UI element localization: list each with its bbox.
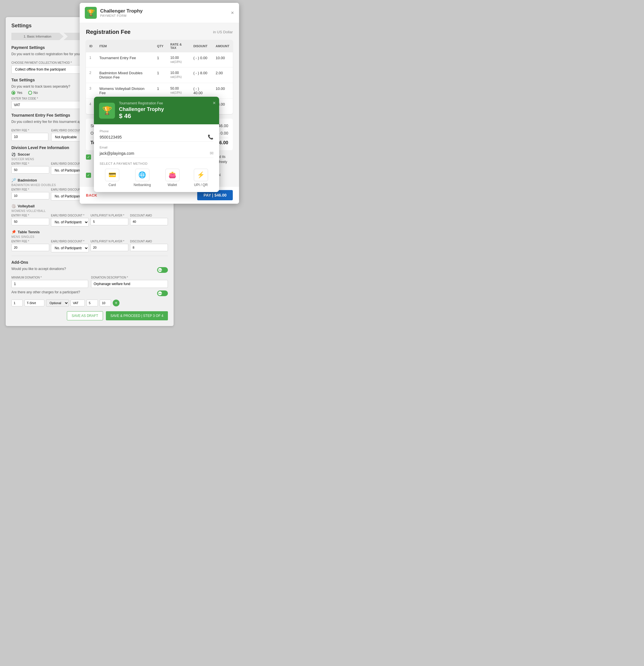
row-item: Badminton Mixed Doubles Division Fee xyxy=(96,67,154,83)
sport-volleyball: 🏐 Volleyball WOMENS VOLLEYBALL ENTRY FEE… xyxy=(11,204,168,226)
add-charge-button[interactable]: + xyxy=(113,300,120,306)
netbanking-label: Netbanking xyxy=(134,183,151,187)
charge-amount-input[interactable] xyxy=(87,300,98,306)
rp-phone-value-row: 9500123495 📞 xyxy=(100,134,213,142)
modal-close-button[interactable]: × xyxy=(231,10,234,16)
row-item: Womens Volleyball Division Fee xyxy=(96,83,154,99)
rp-header-info: Tournament Registration Fee Challenger T… xyxy=(119,101,164,120)
upi-label: UPI / QR xyxy=(194,183,208,187)
charge-qty-input[interactable] xyxy=(11,300,23,306)
tabletennis-fee-row: ENTRY FEE * EARLYBIRD DISCOUNT *No. of P… xyxy=(11,240,168,252)
tabletennis-discount-input[interactable] xyxy=(130,244,168,251)
rp-amount: $ 46 xyxy=(119,112,164,120)
col-id: ID xyxy=(86,40,96,52)
row-discount: ( - ) 8.00 xyxy=(190,67,212,83)
save-draft-button[interactable]: SAVE AS DRAFT xyxy=(67,311,103,320)
radio-no-label: No xyxy=(34,91,38,95)
volleyball-label: Volleyball xyxy=(18,204,35,208)
rp-logo-icon: 🏆 xyxy=(102,106,112,115)
badminton-fee-input[interactable] xyxy=(11,192,49,199)
volleyball-discount-input[interactable] xyxy=(130,218,168,225)
radio-yes-label: Yes xyxy=(17,91,22,95)
min-donation-group: MINIMUM DONATION * xyxy=(11,276,88,288)
other-charges-toggle[interactable] xyxy=(157,291,168,296)
rp-close-button[interactable]: × xyxy=(213,100,216,106)
table-row: 1 Tournament Entry Fee 1 10.00vat(18%) (… xyxy=(86,52,233,67)
proceed-button[interactable]: SAVE & PROCEED | STEP 3 OF 4 xyxy=(106,311,168,320)
modal-logo-icon: 🏆 xyxy=(87,9,95,17)
back-button[interactable]: BACK xyxy=(86,193,97,197)
reg-fee-title: Registration Fee xyxy=(86,29,130,35)
modal-title-block: Challenger Trophy PAYMENT FORM xyxy=(100,8,143,17)
tax-code-label: ENTER TAX CODE * xyxy=(11,97,88,100)
row-id: 2 xyxy=(86,67,96,83)
soccer-fee-input[interactable] xyxy=(11,166,49,174)
row-id: 1 xyxy=(86,52,96,67)
payment-method-group: CHOOSE PAYMENT COLLECTION METHOD * Colle… xyxy=(11,61,88,74)
tabletennis-until-input[interactable] xyxy=(90,244,128,251)
rp-select-method-label: SELECT A PAYMENT METHOD xyxy=(100,162,213,165)
step-1[interactable]: 1. Basic Information xyxy=(11,33,64,40)
rp-subtitle: Tournament Registration Fee xyxy=(119,101,164,105)
tabletennis-earlybird-select[interactable]: No. of Participants xyxy=(51,244,89,252)
soccer-fee-label: ENTRY FEE * xyxy=(11,162,49,165)
radio-yes[interactable]: Yes xyxy=(11,91,22,95)
charge-optional-select[interactable]: Optional xyxy=(46,299,69,307)
tax-code-group: ENTER TAX CODE * xyxy=(11,97,88,109)
volleyball-fee-row: ENTRY FEE * EARLYBIRD DISCOUNT *No. of P… xyxy=(11,214,168,226)
donation-desc-input[interactable] xyxy=(91,280,168,288)
method-card[interactable]: 💳 Card xyxy=(105,169,119,187)
method-upi[interactable]: ⚡ UPI / QR xyxy=(194,169,208,187)
reg-fee-header: Registration Fee in US Dollar xyxy=(86,29,233,35)
entry-fee-input[interactable] xyxy=(11,133,48,141)
donations-label: Would you like to accept donations? xyxy=(11,267,66,271)
sport-tabletennis: 🏓 Table Tennis MENS SINGLES ENTRY FEE * … xyxy=(11,230,168,252)
other-charges-label: Are there any other charges for a partic… xyxy=(11,290,80,294)
row-discount: ( - ) 0.00 xyxy=(190,52,212,67)
rp-email-value: jack@playinga.com xyxy=(100,151,134,156)
row-id: 3 xyxy=(86,83,96,99)
radio-no[interactable]: No xyxy=(28,91,38,95)
tabletennis-label: Table Tennis xyxy=(18,230,40,234)
modal-title: Challenger Trophy xyxy=(100,8,143,14)
col-amount: AMOUNT xyxy=(212,40,233,52)
donations-toggle[interactable] xyxy=(157,267,168,273)
rp-header: 🏆 Tournament Registration Fee Challenger… xyxy=(94,97,219,124)
modal-logo: 🏆 xyxy=(85,7,97,19)
row-amount: 10.00 xyxy=(212,83,233,99)
method-wallet[interactable]: 👛 Wallet xyxy=(166,169,179,187)
row-rate: 10.00vat(18%) xyxy=(167,52,190,67)
radio-no-circle xyxy=(28,91,32,95)
rp-email-value-row: jack@playinga.com ✉ xyxy=(100,151,213,158)
volleyball-icon: 🏐 xyxy=(11,204,16,208)
volleyball-header: 🏐 Volleyball xyxy=(11,204,168,208)
donation-inputs-row: MINIMUM DONATION * DONATION DESCRIPTION … xyxy=(11,276,168,288)
modal-subtitle: PAYMENT FORM xyxy=(100,14,143,17)
col-qty: QTY xyxy=(154,40,167,52)
soccer-icon: ⚽ xyxy=(11,152,16,156)
charge-discount-input[interactable] xyxy=(100,300,111,306)
rp-payment-methods: 💳 Card 🌐 Netbanking 👛 Wallet ⚡ UPI / QR xyxy=(100,169,213,187)
charge-desc-input[interactable] xyxy=(24,300,45,306)
radio-yes-circle xyxy=(11,91,15,95)
badminton-label: Badminton xyxy=(18,178,37,182)
method-netbanking[interactable]: 🌐 Netbanking xyxy=(134,169,151,187)
min-donation-input[interactable] xyxy=(11,280,88,288)
row-rate: 50.00vat(18%) xyxy=(167,83,190,99)
row-amount: 10.00 xyxy=(212,52,233,67)
volleyball-fee-input[interactable] xyxy=(11,218,49,225)
agreement2-checkbox[interactable]: ✓ xyxy=(86,173,91,178)
soccer-fee-group: ENTRY FEE * xyxy=(11,162,49,175)
charge-tax-input[interactable] xyxy=(71,300,85,306)
tabletennis-sub: MENS SINGLES xyxy=(11,235,168,239)
fee-table-header-row: ID ITEM QTY RATE & TAX DISOUNT AMOUNT xyxy=(86,40,233,52)
volleyball-earlybird-select[interactable]: No. of Participants xyxy=(51,218,89,226)
card-label: Card xyxy=(108,183,116,187)
volleyball-until-input[interactable] xyxy=(90,218,128,225)
donations-toggle-row: Would you like to accept donations? xyxy=(11,267,168,273)
tax-code-input[interactable] xyxy=(11,101,88,109)
tabletennis-fee-input[interactable] xyxy=(11,244,49,251)
agreement1-checkbox[interactable]: ✓ xyxy=(86,155,91,160)
payment-method-select[interactable]: Collect offline from the participant xyxy=(11,65,88,74)
rp-body: Phone 9500123495 📞 Email jack@playinga.c… xyxy=(94,124,219,192)
